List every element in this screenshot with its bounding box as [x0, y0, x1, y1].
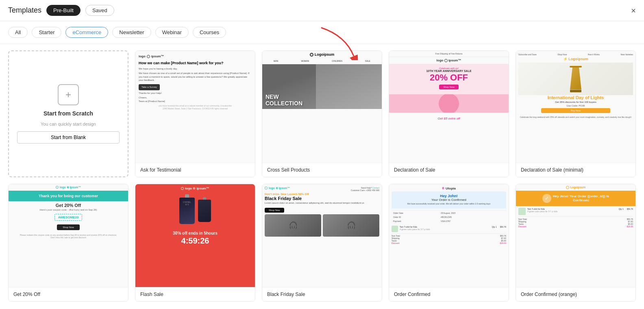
tab-prebuilt[interactable]: Pre-Built — [46, 5, 80, 16]
card-preview-decl-min: Subscribe and SaveShop NowHow it WorksNe… — [516, 51, 635, 163]
close-button[interactable]: × — [631, 7, 636, 15]
scratch-title: Start from Scratch — [44, 110, 93, 117]
take-survey-btn: Take a Survey — [139, 84, 160, 90]
order-desc: We have successfully received your order… — [393, 202, 505, 205]
ask-body2: We have chosen as one of a small set of … — [139, 72, 252, 82]
filter-courses[interactable]: Courses — [193, 27, 226, 38]
preview-decl-min-content: Subscribe and SaveShop NowHow it WorksNe… — [516, 51, 635, 122]
check-circle: ✓ — [542, 194, 551, 203]
card-preview-decl: Free Shipping ★ Free Returns logo ipsum™… — [389, 51, 509, 163]
coupon-title: Get 20% Off — [12, 203, 125, 208]
order-orange-img — [518, 208, 526, 215]
decl-anniversary: 10TH YEAR ANNIVERSARY SALE — [392, 70, 506, 72]
flash-text: 30% off ends in 5hours 4:59:26 — [135, 229, 255, 247]
cross-hero: NEWCOLLECTION — [262, 64, 382, 109]
template-label-flash: Flash Sale — [135, 287, 255, 301]
preview-ask-content: logo ipsum™ How we can make [Product Nam… — [135, 51, 255, 113]
decl-extra: Get $5 extra off — [389, 113, 509, 122]
order-totals: Sub Total$50.76 Shipping$7.00 Taxes$5.00… — [392, 235, 506, 244]
coupon-logo: logo ⊕ ipsum™ — [9, 184, 128, 191]
filter-ecommerce[interactable]: eCommerce — [65, 27, 108, 38]
flash-logo: logo ⊕ ipsum™ — [135, 184, 255, 193]
template-ask-testimonial[interactable]: logo ipsum™ How we can make [Product Nam… — [135, 50, 255, 177]
headphone-1: 🎧 — [265, 214, 321, 237]
cross-logo: Logoipsum — [262, 51, 382, 58]
card-preview-ask: logo ipsum™ How we can make [Product Nam… — [135, 51, 255, 163]
template-label-ask: Ask for Testimonial — [135, 163, 255, 177]
order-confirmed-text: Your Order is Confirmed — [393, 198, 505, 202]
decl-min-title: International Day of Lights — [518, 95, 633, 100]
ask-body: We hope you're having a lovely day. — [139, 67, 252, 70]
filter-all[interactable]: All — [8, 27, 28, 38]
bf-title: Black Friday Sale — [265, 196, 379, 201]
start-blank-button[interactable]: Start from Blank — [17, 131, 120, 144]
add-icon: + — [58, 84, 79, 105]
decl-min-code: Use Code: PO35 — [518, 104, 633, 107]
decl-min-footer: Celebrate the long weekend with 35% off … — [518, 115, 633, 120]
template-declaration-sale[interactable]: Free Shipping ★ Free Returns logo ipsum™… — [389, 50, 509, 177]
filter-newsletter[interactable]: Newsletter — [112, 27, 151, 38]
decl-min-logo: ⚡ Logoipsum — [518, 57, 633, 61]
tab-saved[interactable]: Saved — [85, 5, 114, 16]
template-flash-sale[interactable]: logo ⊕ ipsum™ CHANELN°5 30% off ends — [135, 184, 255, 302]
template-black-friday[interactable]: logo ⊕ ipsum™ Need Help? ContactCustomer… — [262, 184, 382, 302]
card-preview-cross: Logoipsum MANWOMANCHILDRENSALE NEWCOLLEC… — [262, 51, 382, 163]
coupon-body: Get 20% Off Here's your coupon code - (B… — [9, 201, 128, 233]
scratch-card[interactable]: + Start from Scratch You can quickly sta… — [8, 50, 128, 177]
template-order-confirmed-orange[interactable]: Logoipsum ✓ Hey John! Your Order {{order… — [516, 184, 636, 302]
order-orange-body: Tom T-shirt for Kids A green color piece… — [516, 206, 635, 229]
template-label-order: Order Confirmed — [389, 287, 509, 301]
template-label-order-orange: Order Confirmed (orange) — [516, 287, 635, 301]
coupon-shop-btn: Shop Now — [57, 224, 80, 230]
ask-footer: you have received this email as a valued… — [139, 104, 252, 110]
order-orange-totals: Sub Total$50.76 Shipping$7.00 Taxes$5.00… — [518, 218, 633, 228]
order-product-row: Tom T-shirt for Kids A green color piece… — [392, 224, 506, 234]
order-hey: Hey John! — [393, 194, 505, 198]
order-blue-section: Hey John! Your Order is Confirmed We hav… — [392, 191, 506, 209]
decl-model-img — [389, 94, 509, 113]
template-label-cross: Cross Sell Products — [262, 163, 382, 177]
decl-shop-btn: Shop Now — [439, 85, 459, 89]
coupon-banner: Thank you for being our customer — [9, 191, 128, 201]
template-coupon[interactable]: logo ⊕ ipsum™ Thank you for being our cu… — [8, 184, 128, 302]
template-label-decl: Declaration of Sale — [389, 163, 509, 177]
filter-webinar[interactable]: Webinar — [155, 27, 189, 38]
card-preview-order: ✿ Utopia Hey John! Your Order is Confirm… — [389, 184, 509, 287]
preview-coupon-content: logo ⊕ ipsum™ Thank you for being our cu… — [9, 184, 128, 239]
preview-cross-content: Logoipsum MANWOMANCHILDRENSALE NEWCOLLEC… — [262, 51, 382, 109]
decl-pink-section: Celebrate with us! 10TH YEAR ANNIVERSARY… — [389, 64, 509, 94]
card-preview-flash: logo ⊕ ipsum™ CHANELN°5 30% off ends — [135, 184, 255, 287]
flash-pct: 30% off ends in 5hours — [137, 231, 253, 235]
ask-heading: How we can make [Product Name] work for … — [139, 61, 252, 66]
coupon-code: AWESOME20 — [54, 214, 83, 221]
bf-shop-btn: Shop Now — [265, 208, 284, 213]
ask-thanks: Thanks for your help! — [139, 91, 252, 95]
decl-min-buy-btn: Buy Now — [541, 108, 610, 113]
cross-hero-text: NEWCOLLECTION — [265, 94, 302, 107]
decl-percent: 20% OFF — [392, 73, 506, 82]
decl-logo: logo ipsum™ — [389, 57, 509, 64]
order-orange-product: Tom T-shirt for Kids A green color piece… — [518, 208, 633, 217]
page-title: Templates — [8, 6, 41, 15]
ask-cheers: Cheers,Team at [Product Name] — [139, 96, 252, 103]
preview-order-content: ✿ Utopia Hey John! Your Order is Confirm… — [389, 184, 509, 247]
bf-desc: Lorem ipsum dolor sit amet, consectetur … — [265, 202, 379, 204]
bf-logo: logo ⊕ ipsum™ — [265, 187, 290, 190]
template-declaration-minimal[interactable]: Subscribe and SaveShop NowHow it WorksNe… — [516, 50, 636, 177]
template-cross-sell[interactable]: Logoipsum MANWOMANCHILDRENSALE NEWCOLLEC… — [262, 50, 382, 177]
filter-starter[interactable]: Starter — [32, 27, 61, 38]
preview-flash-content: logo ⊕ ipsum™ CHANELN°5 30% off ends — [135, 184, 255, 247]
coupon-footer: Please redeem this coupon code on any pr… — [9, 233, 128, 239]
decl-min-sub: Get 35% discounts for first 100 buyers — [518, 101, 633, 103]
decl-min-nav: Subscribe and SaveShop NowHow it WorksNe… — [518, 53, 633, 56]
bf-help: Need Help? ContactCustomer Care: +1802 4… — [351, 187, 379, 191]
order-orange-title: Hey John! Your Order {{order_id}} isConf… — [553, 194, 609, 202]
model-placeholder — [439, 94, 459, 113]
filter-bar: All Starter eCommerce Newsletter Webinar… — [0, 21, 644, 44]
header: Templates Pre-Built Saved × — [0, 0, 644, 21]
scratch-subtitle: You can quickly start design — [41, 122, 96, 126]
template-order-confirmed[interactable]: ✿ Utopia Hey John! Your Order is Confirm… — [389, 184, 509, 302]
templates-grid: + Start from Scratch You can quickly sta… — [0, 44, 644, 308]
preview-bf-content: logo ⊕ ipsum™ Need Help? ContactCustomer… — [262, 184, 382, 239]
flash-product: CHANELN°5 — [135, 193, 255, 229]
